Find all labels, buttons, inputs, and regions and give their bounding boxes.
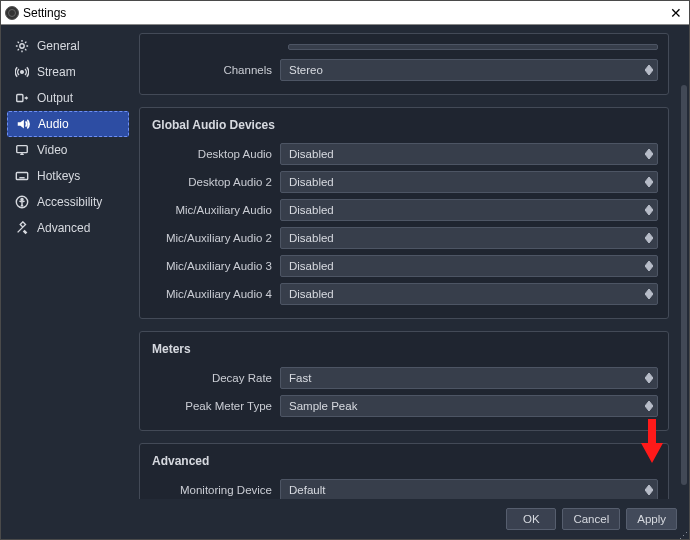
sidebar-item-accessibility[interactable]: Accessibility	[7, 189, 129, 215]
panel-header: Global Audio Devices	[140, 108, 668, 140]
panel-header: Advanced	[140, 444, 668, 476]
sidebar-item-label: Output	[37, 91, 73, 105]
spinner-icon	[641, 396, 657, 416]
mic1-label: Mic/Auxiliary Audio	[150, 204, 280, 216]
sidebar-item-output[interactable]: Output	[7, 85, 129, 111]
sidebar-item-stream[interactable]: Stream	[7, 59, 129, 85]
close-icon[interactable]: ✕	[667, 5, 685, 21]
sidebar-item-label: Video	[37, 143, 67, 157]
select-value: Fast	[289, 372, 311, 384]
window-title: Settings	[23, 6, 667, 20]
desktop-audio2-label: Desktop Audio 2	[150, 176, 280, 188]
monitor-icon	[15, 143, 29, 157]
select-value: Disabled	[289, 204, 334, 216]
mic2-label: Mic/Auxiliary Audio 2	[150, 232, 280, 244]
select-value: Disabled	[289, 260, 334, 272]
ok-button[interactable]: OK	[506, 508, 556, 530]
mic4-select[interactable]: Disabled	[280, 283, 658, 305]
content-area: Channels Stereo Global Audio Devices Des…	[135, 25, 689, 499]
sidebar-item-label: Advanced	[37, 221, 90, 235]
select-value: Stereo	[289, 64, 323, 76]
resize-grip-icon: ⋰	[679, 531, 689, 540]
spinner-icon	[641, 368, 657, 388]
speaker-icon	[16, 117, 30, 131]
cancel-button[interactable]: Cancel	[562, 508, 620, 530]
mic3-select[interactable]: Disabled	[280, 255, 658, 277]
desktop-audio-label: Desktop Audio	[150, 148, 280, 160]
sidebar-item-label: Stream	[37, 65, 76, 79]
spinner-icon	[641, 256, 657, 276]
sidebar-item-general[interactable]: General	[7, 33, 129, 59]
titlebar: Settings ✕	[1, 1, 689, 25]
scrollbar[interactable]	[681, 85, 687, 485]
mic4-label: Mic/Auxiliary Audio 4	[150, 288, 280, 300]
desktop-audio2-select[interactable]: Disabled	[280, 171, 658, 193]
select-value: Default	[289, 484, 325, 496]
sidebar-item-label: Hotkeys	[37, 169, 80, 183]
apply-button[interactable]: Apply	[626, 508, 677, 530]
svg-rect-3	[17, 146, 28, 153]
desktop-audio-select[interactable]: Disabled	[280, 143, 658, 165]
spinner-icon	[641, 200, 657, 220]
app-icon	[5, 6, 19, 20]
footer: OK Cancel Apply ⋰	[1, 499, 689, 539]
decay-rate-label: Decay Rate	[150, 372, 280, 384]
spinner-icon	[641, 60, 657, 80]
panel-general-audio: Channels Stereo	[139, 33, 669, 95]
sidebar-item-advanced[interactable]: Advanced	[7, 215, 129, 241]
channels-label: Channels	[150, 64, 280, 76]
monitoring-select[interactable]: Default	[280, 479, 658, 499]
accessibility-icon	[15, 195, 29, 209]
tools-icon	[15, 221, 29, 235]
peak-type-label: Peak Meter Type	[150, 400, 280, 412]
select-value: Sample Peak	[289, 400, 357, 412]
settings-window: Settings ✕ General Stream Output Audio	[0, 0, 690, 540]
output-icon	[15, 91, 29, 105]
sidebar-item-label: Accessibility	[37, 195, 102, 209]
select-value: Disabled	[289, 176, 334, 188]
sidebar-item-hotkeys[interactable]: Hotkeys	[7, 163, 129, 189]
sidebar-item-audio[interactable]: Audio	[7, 111, 129, 137]
select-value: Disabled	[289, 232, 334, 244]
spinner-icon	[641, 172, 657, 192]
content-scroll[interactable]: Channels Stereo Global Audio Devices Des…	[135, 25, 677, 499]
broadcast-icon	[15, 65, 29, 79]
panel-advanced: Advanced Monitoring DeviceDefault Disabl…	[139, 443, 669, 499]
monitoring-label: Monitoring Device	[150, 484, 280, 496]
svg-rect-2	[17, 95, 23, 102]
svg-point-6	[21, 198, 23, 200]
mic1-select[interactable]: Disabled	[280, 199, 658, 221]
channels-select[interactable]: Stereo	[280, 59, 658, 81]
sidebar-item-video[interactable]: Video	[7, 137, 129, 163]
keyboard-icon	[15, 169, 29, 183]
select-value: Disabled	[289, 148, 334, 160]
sidebar-item-label: Audio	[38, 117, 69, 131]
gear-icon	[15, 39, 29, 53]
panel-meters: Meters Decay RateFast Peak Meter TypeSam…	[139, 331, 669, 431]
peak-type-select[interactable]: Sample Peak	[280, 395, 658, 417]
sidebar: General Stream Output Audio Video Hotkey…	[1, 25, 135, 499]
mic3-label: Mic/Auxiliary Audio 3	[150, 260, 280, 272]
spinner-icon	[641, 228, 657, 248]
cropped-field	[288, 44, 658, 50]
spinner-icon	[641, 284, 657, 304]
select-value: Disabled	[289, 288, 334, 300]
svg-point-0	[20, 44, 24, 48]
spinner-icon	[641, 144, 657, 164]
decay-rate-select[interactable]: Fast	[280, 367, 658, 389]
sidebar-item-label: General	[37, 39, 80, 53]
spinner-icon	[641, 480, 657, 499]
svg-point-1	[21, 71, 24, 74]
panel-global-audio: Global Audio Devices Desktop AudioDisabl…	[139, 107, 669, 319]
mic2-select[interactable]: Disabled	[280, 227, 658, 249]
panel-header: Meters	[140, 332, 668, 364]
